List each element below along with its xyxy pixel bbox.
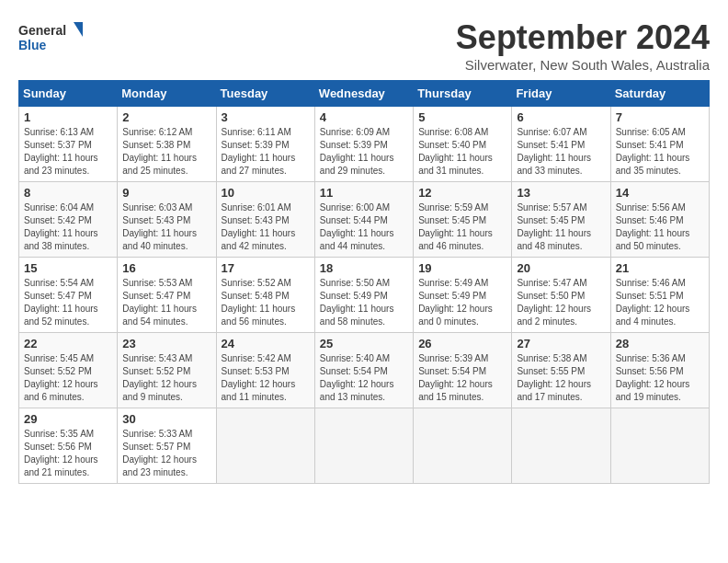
day-number: 19 (418, 261, 506, 275)
header-wednesday: Wednesday (314, 81, 413, 107)
calendar-cell: 17 Sunrise: 5:52 AM Sunset: 5:48 PM Dayl… (216, 258, 314, 333)
calendar-cell: 6 Sunrise: 6:07 AM Sunset: 5:41 PM Dayli… (512, 107, 610, 182)
calendar-cell: 12 Sunrise: 5:59 AM Sunset: 5:45 PM Dayl… (414, 182, 512, 258)
day-info: Sunrise: 6:09 AM Sunset: 5:39 PM Dayligh… (320, 126, 408, 178)
header-thursday: Thursday (414, 81, 512, 107)
day-info: Sunrise: 5:53 AM Sunset: 5:47 PM Dayligh… (122, 277, 210, 328)
day-number: 17 (222, 261, 310, 275)
calendar-cell (216, 408, 314, 484)
day-number: 24 (222, 337, 310, 350)
day-info: Sunrise: 5:59 AM Sunset: 5:45 PM Dayligh… (418, 201, 506, 253)
calendar-cell: 10 Sunrise: 6:01 AM Sunset: 5:43 PM Dayl… (216, 182, 314, 258)
day-info: Sunrise: 5:52 AM Sunset: 5:48 PM Dayligh… (222, 277, 310, 328)
calendar-week-row: 15 Sunrise: 5:54 AM Sunset: 5:47 PM Dayl… (19, 258, 710, 333)
day-number: 11 (320, 186, 408, 200)
day-info: Sunrise: 5:57 AM Sunset: 5:45 PM Dayligh… (517, 201, 605, 253)
header-friday: Friday (512, 81, 610, 107)
svg-text:Blue: Blue (18, 38, 47, 52)
calendar-cell: 15 Sunrise: 5:54 AM Sunset: 5:47 PM Dayl… (19, 258, 118, 333)
day-number: 1 (24, 110, 112, 124)
day-info: Sunrise: 6:00 AM Sunset: 5:44 PM Dayligh… (320, 201, 408, 253)
day-number: 27 (517, 337, 605, 350)
calendar-cell: 29 Sunrise: 5:35 AM Sunset: 5:56 PM Dayl… (19, 408, 118, 484)
day-info: Sunrise: 6:04 AM Sunset: 5:42 PM Dayligh… (24, 201, 112, 253)
day-number: 7 (616, 110, 704, 124)
calendar-cell: 21 Sunrise: 5:46 AM Sunset: 5:51 PM Dayl… (610, 258, 709, 333)
day-number: 13 (517, 186, 605, 200)
day-number: 18 (320, 261, 408, 275)
day-info: Sunrise: 5:33 AM Sunset: 5:57 PM Dayligh… (122, 428, 210, 479)
day-info: Sunrise: 5:54 AM Sunset: 5:47 PM Dayligh… (24, 277, 112, 328)
calendar-cell: 1 Sunrise: 6:13 AM Sunset: 5:37 PM Dayli… (19, 107, 118, 182)
calendar-cell: 30 Sunrise: 5:33 AM Sunset: 5:57 PM Dayl… (118, 408, 216, 484)
day-number: 10 (222, 186, 310, 200)
calendar-cell: 14 Sunrise: 5:56 AM Sunset: 5:46 PM Dayl… (610, 182, 709, 258)
day-number: 12 (418, 186, 506, 200)
calendar-cell: 23 Sunrise: 5:43 AM Sunset: 5:52 PM Dayl… (118, 333, 216, 408)
calendar-cell: 27 Sunrise: 5:38 AM Sunset: 5:55 PM Dayl… (512, 333, 610, 408)
day-number: 26 (418, 337, 506, 350)
calendar-week-row: 22 Sunrise: 5:45 AM Sunset: 5:52 PM Dayl… (19, 333, 710, 408)
calendar-week-row: 29 Sunrise: 5:35 AM Sunset: 5:56 PM Dayl… (19, 408, 710, 484)
day-info: Sunrise: 5:46 AM Sunset: 5:51 PM Dayligh… (616, 277, 704, 328)
day-number: 8 (24, 186, 112, 200)
header: General Blue September 2024 Silverwater,… (18, 18, 710, 73)
day-number: 6 (517, 110, 605, 124)
calendar-header-row: Sunday Monday Tuesday Wednesday Thursday… (19, 81, 710, 107)
calendar-cell: 13 Sunrise: 5:57 AM Sunset: 5:45 PM Dayl… (512, 182, 610, 258)
calendar-cell: 9 Sunrise: 6:03 AM Sunset: 5:43 PM Dayli… (118, 182, 216, 258)
day-info: Sunrise: 5:42 AM Sunset: 5:53 PM Dayligh… (222, 352, 310, 404)
day-number: 23 (122, 337, 210, 350)
day-info: Sunrise: 6:13 AM Sunset: 5:37 PM Dayligh… (24, 126, 112, 178)
header-tuesday: Tuesday (216, 81, 314, 107)
title-section: September 2024 Silverwater, New South Wa… (456, 18, 710, 73)
calendar-cell (414, 408, 512, 484)
calendar-cell: 5 Sunrise: 6:08 AM Sunset: 5:40 PM Dayli… (414, 107, 512, 182)
calendar-cell (314, 408, 413, 484)
header-saturday: Saturday (610, 81, 709, 107)
calendar-cell: 18 Sunrise: 5:50 AM Sunset: 5:49 PM Dayl… (314, 258, 413, 333)
calendar-cell: 20 Sunrise: 5:47 AM Sunset: 5:50 PM Dayl… (512, 258, 610, 333)
calendar-cell: 2 Sunrise: 6:12 AM Sunset: 5:38 PM Dayli… (118, 107, 216, 182)
day-number: 4 (320, 110, 408, 124)
day-info: Sunrise: 6:01 AM Sunset: 5:43 PM Dayligh… (222, 201, 310, 253)
day-info: Sunrise: 5:36 AM Sunset: 5:56 PM Dayligh… (616, 352, 704, 404)
calendar-cell: 3 Sunrise: 6:11 AM Sunset: 5:39 PM Dayli… (216, 107, 314, 182)
day-info: Sunrise: 6:05 AM Sunset: 5:41 PM Dayligh… (616, 126, 704, 178)
header-monday: Monday (118, 81, 216, 107)
day-info: Sunrise: 5:39 AM Sunset: 5:54 PM Dayligh… (418, 352, 506, 404)
svg-text:General: General (18, 23, 66, 38)
day-number: 25 (320, 337, 408, 350)
day-info: Sunrise: 5:56 AM Sunset: 5:46 PM Dayligh… (616, 201, 704, 253)
calendar-cell: 24 Sunrise: 5:42 AM Sunset: 5:53 PM Dayl… (216, 333, 314, 408)
location-title: Silverwater, New South Wales, Australia (456, 57, 710, 73)
day-info: Sunrise: 5:45 AM Sunset: 5:52 PM Dayligh… (24, 352, 112, 404)
day-number: 30 (122, 412, 210, 426)
day-info: Sunrise: 5:43 AM Sunset: 5:52 PM Dayligh… (122, 352, 210, 404)
day-number: 20 (517, 261, 605, 275)
day-number: 16 (122, 261, 210, 275)
calendar-cell: 22 Sunrise: 5:45 AM Sunset: 5:52 PM Dayl… (19, 333, 118, 408)
day-info: Sunrise: 6:03 AM Sunset: 5:43 PM Dayligh… (122, 201, 210, 253)
day-number: 2 (122, 110, 210, 124)
calendar-cell: 4 Sunrise: 6:09 AM Sunset: 5:39 PM Dayli… (314, 107, 413, 182)
page-container: General Blue September 2024 Silverwater,… (18, 18, 710, 484)
calendar-cell: 25 Sunrise: 5:40 AM Sunset: 5:54 PM Dayl… (314, 333, 413, 408)
day-info: Sunrise: 6:12 AM Sunset: 5:38 PM Dayligh… (122, 126, 210, 178)
header-sunday: Sunday (19, 81, 118, 107)
calendar-cell: 8 Sunrise: 6:04 AM Sunset: 5:42 PM Dayli… (19, 182, 118, 258)
day-info: Sunrise: 5:38 AM Sunset: 5:55 PM Dayligh… (517, 352, 605, 404)
day-number: 21 (616, 261, 704, 275)
day-number: 3 (222, 110, 310, 124)
day-number: 15 (24, 261, 112, 275)
calendar-cell: 19 Sunrise: 5:49 AM Sunset: 5:49 PM Dayl… (414, 258, 512, 333)
day-info: Sunrise: 6:11 AM Sunset: 5:39 PM Dayligh… (222, 126, 310, 178)
day-info: Sunrise: 5:47 AM Sunset: 5:50 PM Dayligh… (517, 277, 605, 328)
day-number: 29 (24, 412, 112, 426)
day-info: Sunrise: 5:50 AM Sunset: 5:49 PM Dayligh… (320, 277, 408, 328)
calendar-week-row: 1 Sunrise: 6:13 AM Sunset: 5:37 PM Dayli… (19, 107, 710, 182)
calendar-cell: 7 Sunrise: 6:05 AM Sunset: 5:41 PM Dayli… (610, 107, 709, 182)
calendar-cell: 28 Sunrise: 5:36 AM Sunset: 5:56 PM Dayl… (610, 333, 709, 408)
day-number: 28 (616, 337, 704, 350)
calendar-cell: 26 Sunrise: 5:39 AM Sunset: 5:54 PM Dayl… (414, 333, 512, 408)
